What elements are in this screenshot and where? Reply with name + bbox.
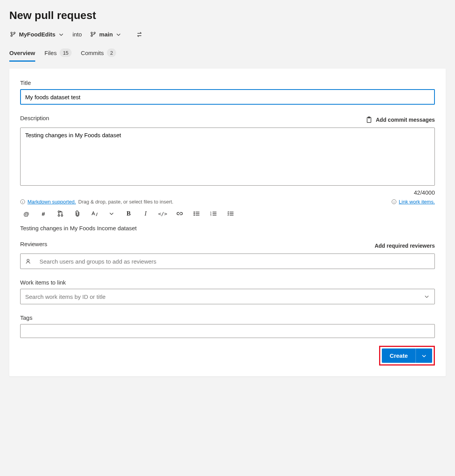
svg-point-12 — [61, 215, 63, 216]
hash-icon[interactable]: # — [39, 210, 47, 217]
svg-point-14 — [194, 213, 195, 214]
source-branch-name: MyFoodEdits — [19, 31, 55, 38]
swap-icon — [137, 31, 143, 38]
tags-input[interactable] — [20, 324, 435, 338]
svg-point-2 — [14, 32, 15, 34]
bullet-list-icon[interactable] — [193, 211, 201, 216]
mention-icon[interactable]: @ — [22, 210, 30, 217]
work-items-label: Work items to link — [20, 279, 435, 286]
clipboard-icon — [366, 116, 372, 123]
swap-branches-button[interactable] — [135, 30, 144, 39]
svg-point-1 — [11, 35, 12, 36]
add-commit-messages-label: Add commit messages — [376, 117, 435, 123]
create-button[interactable]: Create — [382, 348, 416, 363]
add-commit-messages-button[interactable]: Add commit messages — [366, 116, 435, 123]
reviewers-input[interactable] — [20, 254, 435, 269]
target-branch-name: main — [99, 31, 113, 38]
svg-point-3 — [91, 32, 93, 34]
branch-icon — [90, 31, 96, 37]
pr-form-card: Title Description Add commit messages 42… — [9, 69, 446, 376]
link-icon[interactable] — [176, 211, 184, 216]
svg-point-5 — [94, 32, 96, 34]
markdown-toolbar: @ # B I </> — [20, 205, 435, 222]
svg-point-13 — [194, 212, 195, 212]
add-required-reviewers-button[interactable]: Add required reviewers — [374, 243, 435, 249]
pull-request-icon[interactable] — [57, 210, 64, 217]
info-icon — [391, 199, 397, 204]
tab-files-count: 15 — [60, 48, 71, 57]
markdown-supported-link[interactable]: Markdown supported. — [27, 199, 76, 205]
reviewers-label: Reviewers — [20, 241, 47, 247]
source-branch-picker[interactable]: MyFoodEdits — [9, 29, 65, 39]
svg-point-0 — [11, 32, 12, 34]
code-icon[interactable]: </> — [159, 211, 167, 217]
bold-icon[interactable]: B — [125, 210, 132, 217]
task-list-icon[interactable] — [227, 211, 235, 216]
chevron-down-icon[interactable] — [108, 211, 115, 216]
svg-point-10 — [58, 211, 60, 212]
tab-files-label: Files — [45, 50, 57, 56]
link-work-items-link[interactable]: Link work items. — [399, 199, 435, 205]
tab-commits-label: Commits — [81, 50, 104, 56]
description-label: Description — [20, 115, 49, 121]
chevron-down-icon — [58, 32, 64, 37]
chevron-down-icon — [116, 32, 121, 37]
italic-icon[interactable]: I — [142, 210, 149, 217]
svg-point-15 — [194, 215, 195, 216]
person-icon — [25, 259, 31, 264]
page-title: New pull request — [9, 9, 446, 22]
create-button-label: Create — [390, 352, 408, 359]
tags-label: Tags — [20, 314, 435, 321]
tab-files[interactable]: Files 15 — [45, 46, 72, 61]
tab-overview-label: Overview — [9, 50, 35, 56]
char-counter: 42/4000 — [20, 189, 435, 196]
title-label: Title — [20, 79, 435, 86]
markdown-hint: Drag & drop, paste, or select files to i… — [78, 199, 173, 205]
text-style-icon[interactable] — [91, 210, 98, 217]
title-input[interactable] — [20, 89, 435, 105]
tab-commits[interactable]: Commits 2 — [81, 46, 116, 61]
target-branch-picker[interactable]: main — [89, 29, 122, 39]
into-label: into — [72, 31, 82, 38]
svg-text:3: 3 — [210, 214, 211, 216]
svg-point-4 — [91, 35, 93, 36]
svg-point-19 — [27, 259, 29, 261]
branch-selector-row: MyFoodEdits into main — [9, 29, 446, 39]
create-button-highlight: Create — [379, 346, 435, 366]
numbered-list-icon[interactable]: 1 2 3 — [210, 211, 218, 216]
svg-point-11 — [58, 215, 60, 216]
tab-overview[interactable]: Overview — [9, 46, 35, 61]
tab-bar: Overview Files 15 Commits 2 — [9, 46, 446, 61]
attachment-icon[interactable] — [74, 210, 81, 217]
info-icon — [20, 199, 25, 204]
work-items-input[interactable] — [20, 289, 435, 304]
tab-commits-count: 2 — [107, 48, 116, 57]
add-required-reviewers-label: Add required reviewers — [374, 243, 435, 249]
description-textarea[interactable] — [20, 128, 435, 186]
create-dropdown-button[interactable] — [416, 348, 432, 363]
description-preview: Testing changes in My Foods Income datas… — [20, 225, 435, 231]
branch-icon — [10, 31, 16, 37]
reviewers-search[interactable] — [35, 254, 430, 269]
chevron-down-icon — [421, 353, 427, 359]
